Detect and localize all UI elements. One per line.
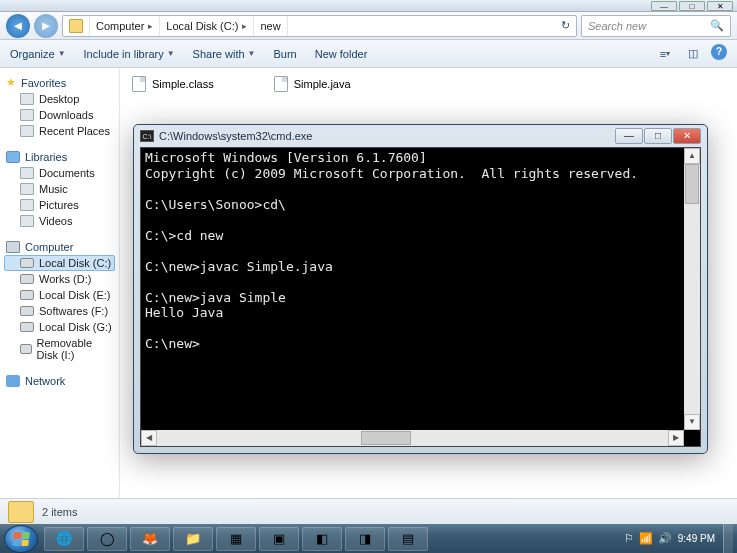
sidebar-item-recent[interactable]: Recent Places — [4, 123, 115, 139]
music-icon — [20, 183, 34, 195]
cmd-close-button[interactable]: ✕ — [673, 128, 701, 144]
drive-icon — [20, 306, 34, 316]
documents-icon — [20, 167, 34, 179]
back-button[interactable]: ◄ — [6, 14, 30, 38]
search-input[interactable]: Search new 🔍 — [581, 15, 731, 37]
sidebar-item-drive-g[interactable]: Local Disk (G:) — [4, 319, 115, 335]
file-icon — [132, 76, 146, 92]
drive-icon — [20, 274, 34, 284]
navbar: ◄ ► Computer▸ Local Disk (C:)▸ new ↻ Sea… — [0, 12, 737, 40]
cmd-icon: C:\ — [140, 130, 154, 142]
taskbar-ie[interactable]: 🌐 — [44, 527, 84, 551]
clock[interactable]: 9:49 PM — [678, 533, 715, 544]
system-tray: ⚐ 📶 🔊 9:49 PM — [624, 524, 733, 553]
organize-button[interactable]: Organize▼ — [10, 48, 66, 60]
cmd-text: Microsoft Windows [Version 6.1.7600] Cop… — [145, 150, 696, 352]
sidebar-item-pictures[interactable]: Pictures — [4, 197, 115, 213]
scroll-thumb[interactable] — [685, 164, 699, 204]
cmd-output[interactable]: Microsoft Windows [Version 6.1.7600] Cop… — [141, 148, 700, 423]
cmd-titlebar[interactable]: C:\ C:\Windows\system32\cmd.exe — □ ✕ — [134, 125, 707, 147]
scroll-left-icon[interactable]: ◀ — [141, 430, 157, 446]
maximize-button[interactable]: □ — [679, 1, 705, 11]
toolbar: Organize▼ Include in library▼ Share with… — [0, 40, 737, 68]
sidebar-item-music[interactable]: Music — [4, 181, 115, 197]
drive-icon — [69, 19, 83, 33]
sidebar: ★Favorites Desktop Downloads Recent Plac… — [0, 68, 120, 498]
minimize-button[interactable]: — — [651, 1, 677, 11]
breadcrumb[interactable]: Computer▸ Local Disk (C:)▸ new ↻ — [62, 15, 577, 37]
drive-icon — [20, 290, 34, 300]
cmd-scrollbar-vertical[interactable]: ▲ ▼ — [684, 148, 700, 430]
sidebar-item-desktop[interactable]: Desktop — [4, 91, 115, 107]
sidebar-libraries-header[interactable]: Libraries — [4, 149, 115, 165]
scroll-up-icon[interactable]: ▲ — [684, 148, 700, 164]
windows-logo-icon — [12, 532, 29, 546]
cmd-scrollbar-horizontal[interactable]: ◀ ▶ — [141, 430, 684, 446]
sidebar-item-drive-f[interactable]: Softwares (F:) — [4, 303, 115, 319]
pictures-icon — [20, 199, 34, 211]
refresh-icon[interactable]: ↻ — [554, 19, 576, 32]
libraries-icon — [6, 151, 20, 163]
taskbar-chrome[interactable]: ◯ — [87, 527, 127, 551]
scroll-right-icon[interactable]: ▶ — [668, 430, 684, 446]
taskbar-firefox[interactable]: 🦊 — [130, 527, 170, 551]
scroll-down-icon[interactable]: ▼ — [684, 414, 700, 430]
sidebar-item-drive-c[interactable]: Local Disk (C:) — [4, 255, 115, 271]
cmd-title-text: C:\Windows\system32\cmd.exe — [159, 130, 312, 142]
sidebar-item-documents[interactable]: Documents — [4, 165, 115, 181]
new-folder-button[interactable]: New folder — [315, 48, 368, 60]
start-button[interactable] — [4, 525, 38, 553]
taskbar-app[interactable]: ◧ — [302, 527, 342, 551]
preview-pane-button[interactable]: ◫ — [683, 44, 703, 64]
breadcrumb-segment[interactable]: Computer▸ — [90, 16, 160, 36]
breadcrumb-segment[interactable]: new — [254, 16, 287, 36]
sidebar-computer-header[interactable]: Computer — [4, 239, 115, 255]
search-icon: 🔍 — [710, 19, 724, 32]
sidebar-item-drive-d[interactable]: Works (D:) — [4, 271, 115, 287]
star-icon: ★ — [6, 76, 16, 89]
cmd-minimize-button[interactable]: — — [615, 128, 643, 144]
drive-icon — [20, 258, 34, 268]
cmd-maximize-button[interactable]: □ — [644, 128, 672, 144]
file-item[interactable]: Simple.java — [274, 76, 351, 92]
close-button[interactable]: ✕ — [707, 1, 733, 11]
window-chrome: — □ ✕ — [0, 0, 737, 12]
recent-icon — [20, 125, 34, 137]
taskbar-app[interactable]: ▦ — [216, 527, 256, 551]
breadcrumb-segment[interactable]: Local Disk (C:)▸ — [160, 16, 254, 36]
sidebar-item-drive-i[interactable]: Removable Disk (I:) — [4, 335, 115, 363]
forward-button[interactable]: ► — [34, 14, 58, 38]
show-desktop-button[interactable] — [723, 524, 733, 553]
share-button[interactable]: Share with▼ — [193, 48, 256, 60]
tray-network-icon[interactable]: 📶 — [639, 532, 653, 545]
taskbar-explorer[interactable]: 📁 — [173, 527, 213, 551]
sidebar-favorites-header[interactable]: ★Favorites — [4, 74, 115, 91]
sidebar-item-drive-e[interactable]: Local Disk (E:) — [4, 287, 115, 303]
downloads-icon — [20, 109, 34, 121]
taskbar-app[interactable]: ◨ — [345, 527, 385, 551]
view-button[interactable]: ≡▾ — [655, 44, 675, 64]
taskbar-app[interactable]: ▣ — [259, 527, 299, 551]
sidebar-item-videos[interactable]: Videos — [4, 213, 115, 229]
scroll-thumb[interactable] — [361, 431, 411, 445]
tray-volume-icon[interactable]: 🔊 — [658, 532, 672, 545]
taskbar: 🌐 ◯ 🦊 📁 ▦ ▣ ◧ ◨ ▤ ⚐ 📶 🔊 9:49 PM — [0, 524, 737, 553]
tray-flag-icon[interactable]: ⚐ — [624, 532, 634, 545]
help-icon[interactable]: ? — [711, 44, 727, 60]
file-item[interactable]: Simple.class — [132, 76, 214, 92]
search-placeholder: Search new — [588, 20, 646, 32]
burn-button[interactable]: Burn — [273, 48, 296, 60]
drive-icon — [20, 344, 32, 354]
cmd-window[interactable]: C:\ C:\Windows\system32\cmd.exe — □ ✕ Mi… — [133, 124, 708, 454]
network-icon — [6, 375, 20, 387]
include-library-button[interactable]: Include in library▼ — [84, 48, 175, 60]
sidebar-item-downloads[interactable]: Downloads — [4, 107, 115, 123]
drive-icon — [20, 322, 34, 332]
computer-icon — [6, 241, 20, 253]
desktop-icon — [20, 93, 34, 105]
folder-icon — [8, 501, 34, 523]
sidebar-network-header[interactable]: Network — [4, 373, 115, 389]
taskbar-app[interactable]: ▤ — [388, 527, 428, 551]
status-bar: 2 items — [0, 498, 737, 524]
videos-icon — [20, 215, 34, 227]
